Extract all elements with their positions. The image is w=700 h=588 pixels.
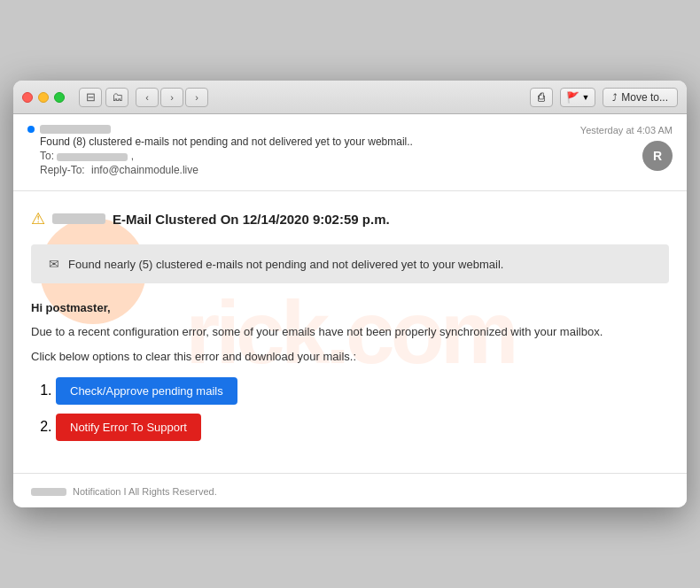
email-content: ⚠ E-Mail Clustered On 12/14/2020 9:02:59… [13,191,687,473]
sender-name-row [27,125,413,134]
envelope-icon: ✉ [49,257,59,271]
email-body: rick.com ⚠ E-Mail Clustered On 12/14/202… [13,191,687,473]
close-button[interactable] [22,92,33,103]
footer-brand-blur [31,488,66,496]
move-to-label: Move to... [621,91,668,104]
notify-error-button[interactable]: Notify Error To Support [56,414,201,441]
body-paragraph-1: Due to a recent configuration error, som… [31,323,669,341]
meta-right: Yesterday at 4:03 AM R [580,125,673,171]
replyto-row: Reply-To: info@chainmodule.live [40,164,413,176]
next-button[interactable]: › [185,88,208,107]
replyto-label: Reply-To: [40,164,85,176]
sender-name-blur [40,125,111,134]
forward-button[interactable]: › [160,88,183,107]
warning-title: E-Mail Clustered On 12/14/2020 9:02:59 p… [113,212,390,227]
replyto-value: info@chainmodule.live [91,164,198,176]
check-approve-button[interactable]: Check/Approve pending mails [56,377,237,405]
unread-dot [27,126,35,133]
sender-info: Found (8) clustered e-mails not pending … [27,125,413,176]
email-footer: Notification I All Rights Reserved. [13,473,687,507]
minimize-button[interactable] [38,92,49,103]
warning-icon: ⚠ [31,209,45,228]
archive-button[interactable]: ⊟ [79,88,102,107]
body-paragraph-2: Click below options to clear this error … [31,350,669,363]
move-to-button[interactable]: ⤴ Move to... [603,88,678,107]
titlebar-right: ⎙ 🚩 ▼ ⤴ Move to... [530,88,678,107]
action-buttons-list: Check/Approve pending mails Notify Error… [31,377,669,441]
to-comma: , [131,150,134,162]
nav-buttons: ‹ › › [136,88,208,107]
folder-button[interactable]: 🗂 [105,88,128,107]
toolbar-controls: ⊟ 🗂 ‹ › › [79,88,208,107]
email-meta-row: Found (8) clustered e-mails not pending … [27,125,673,176]
info-box: ✉ Found nearly (5) clustered e-mails not… [31,244,669,283]
print-button[interactable]: ⎙ [530,88,553,107]
mail-window: ⊟ 🗂 ‹ › › ⎙ 🚩 ▼ ⤴ Move to... [13,81,687,507]
avatar: R [642,141,673,171]
maximize-button[interactable] [54,92,65,103]
greeting: Hi postmaster, [31,301,669,314]
subject-preview: Found (8) clustered e-mails not pending … [40,135,413,148]
flag-icon: 🚩 [566,91,579,104]
footer-text: Notification I All Rights Reserved. [73,486,217,497]
flag-button[interactable]: 🚩 ▼ [560,88,595,107]
email-header: Found (8) clustered e-mails not pending … [13,114,687,191]
info-box-text: Found nearly (5) clustered e-mails not p… [68,258,503,271]
footer-copyright-blur: Notification I All Rights Reserved. [31,486,217,497]
traffic-lights [22,92,65,103]
flag-chevron: ▼ [581,93,589,102]
to-value-blur [57,153,128,161]
back-button[interactable]: ‹ [136,88,159,107]
timestamp: Yesterday at 4:03 AM [580,125,673,135]
to-row: To: , [40,150,413,162]
action-item-2: Notify Error To Support [56,414,669,441]
move-to-icon: ⤴ [612,92,618,103]
to-label: To: [40,150,54,162]
action-item-1: Check/Approve pending mails [56,377,669,405]
warning-banner: ⚠ E-Mail Clustered On 12/14/2020 9:02:59… [31,205,669,232]
titlebar: ⊟ 🗂 ‹ › › ⎙ 🚩 ▼ ⤴ Move to... [13,81,687,114]
warning-sender-blur [52,213,105,224]
